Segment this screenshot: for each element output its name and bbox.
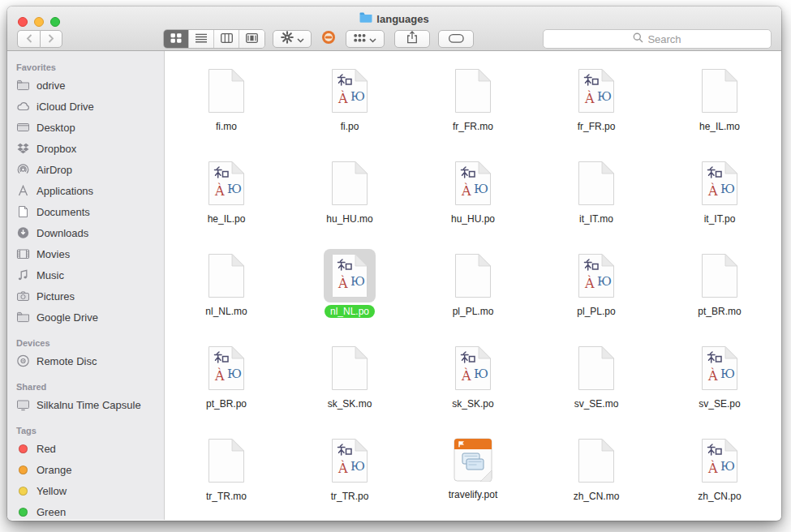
sidebar-item-label: Yellow bbox=[37, 485, 67, 497]
sidebar-item-label: iCloud Drive bbox=[37, 101, 94, 113]
sidebar-item-label: Green bbox=[37, 506, 66, 518]
search-input[interactable]: Search bbox=[543, 29, 772, 49]
blank-document-icon bbox=[694, 64, 746, 118]
sidebar-item-label: Documents bbox=[37, 206, 90, 218]
sidebar-item-red[interactable]: Red bbox=[7, 438, 164, 459]
translation-document-icon: ÀЮ bbox=[694, 341, 746, 395]
sidebar-item-label: odrive bbox=[37, 79, 65, 92]
sidebar-item-dropbox[interactable]: Dropbox bbox=[7, 138, 164, 159]
sidebar-item-green[interactable]: Green bbox=[7, 501, 164, 520]
file-item-he-il-po[interactable]: ÀЮhe_IL.po bbox=[165, 152, 288, 244]
file-item-zh-cn-po[interactable]: ÀЮzh_CN.po bbox=[658, 429, 781, 520]
downloads-icon bbox=[16, 226, 30, 240]
sidebar-item-icloud-drive[interactable]: iCloud Drive bbox=[7, 96, 164, 117]
file-item-hu-hu-mo[interactable]: hu_HU.mo bbox=[288, 152, 411, 244]
file-item-fi-mo[interactable]: fi.mo bbox=[165, 59, 288, 152]
arrange-menu-button[interactable] bbox=[346, 30, 385, 48]
action-menu-button[interactable] bbox=[273, 30, 312, 48]
sidebar-item-downloads[interactable]: Downloads bbox=[7, 222, 164, 243]
file-name: pl_PL.mo bbox=[447, 305, 500, 318]
file-item-pl-pl-mo[interactable]: pl_PL.mo bbox=[411, 244, 535, 337]
share-button[interactable] bbox=[394, 30, 430, 48]
file-item-it-it-po[interactable]: ÀЮit_IT.po bbox=[658, 152, 781, 244]
sidebar-item-label: Orange bbox=[37, 464, 71, 476]
sidebar-item-movies[interactable]: Movies bbox=[7, 243, 164, 264]
list-view-icon bbox=[196, 32, 207, 46]
file-name: travelify.pot bbox=[443, 488, 503, 501]
sidebar-item-music[interactable]: Music bbox=[7, 264, 164, 285]
coverflow-view-icon bbox=[246, 32, 258, 46]
forward-button[interactable] bbox=[40, 30, 62, 48]
sidebar-item-silkalnu-time-capsule[interactable]: Silkalnu Time Capsule bbox=[7, 394, 164, 415]
sidebar-item-odrive[interactable]: odrive bbox=[7, 75, 164, 96]
sidebar-item-label: Pictures bbox=[37, 290, 75, 302]
file-item-he-il-mo[interactable]: he_IL.mo bbox=[658, 59, 781, 152]
file-item-hu-hu-po[interactable]: ÀЮhu_HU.po bbox=[411, 152, 535, 244]
sidebar-item-label: Red bbox=[37, 443, 56, 455]
sidebar-item-orange[interactable]: Orange bbox=[7, 459, 164, 480]
sidebar-item-airdrop[interactable]: AirDrop bbox=[7, 159, 164, 180]
svg-text:Ю: Ю bbox=[720, 367, 735, 381]
file-item-travelify-pot[interactable]: travelify.pot bbox=[411, 429, 535, 520]
sidebar-item-pictures[interactable]: Pictures bbox=[7, 285, 164, 307]
share-icon bbox=[406, 31, 419, 47]
svg-text:Ю: Ю bbox=[350, 274, 365, 289]
file-item-nl-nl-po[interactable]: ÀЮnl_NL.po bbox=[288, 244, 411, 337]
sidebar-item-yellow[interactable]: Yellow bbox=[7, 480, 164, 501]
dropbox-icon bbox=[16, 142, 30, 156]
translation-document-icon: ÀЮ bbox=[200, 157, 252, 210]
desktop-icon bbox=[16, 121, 30, 135]
file-item-pl-pl-po[interactable]: ÀЮpl_PL.po bbox=[535, 244, 658, 337]
file-name: fr_FR.po bbox=[572, 120, 621, 133]
file-name: sv_SE.po bbox=[693, 397, 746, 410]
blank-document-icon bbox=[570, 434, 622, 487]
folder-icon[interactable] bbox=[359, 12, 372, 25]
file-item-it-it-mo[interactable]: it_IT.mo bbox=[535, 152, 658, 244]
list-view-button[interactable] bbox=[189, 30, 214, 48]
blank-document-icon bbox=[570, 341, 622, 395]
svg-text:À: À bbox=[337, 275, 348, 291]
blank-document-icon bbox=[324, 157, 376, 210]
sidebar-item-desktop[interactable]: Desktop bbox=[7, 117, 164, 138]
file-item-zh-cn-mo[interactable]: zh_CN.mo bbox=[535, 429, 658, 520]
file-item-fr-fr-po[interactable]: ÀЮfr_FR.po bbox=[535, 59, 658, 152]
file-name: hu_HU.po bbox=[445, 212, 501, 225]
svg-text:À: À bbox=[214, 182, 225, 199]
file-item-pt-br-po[interactable]: ÀЮpt_BR.po bbox=[165, 337, 288, 429]
file-item-sv-se-mo[interactable]: sv_SE.mo bbox=[535, 337, 658, 429]
file-item-tr-tr-mo[interactable]: tr_TR.mo bbox=[165, 429, 288, 520]
coverflow-view-button[interactable] bbox=[239, 30, 264, 48]
minimize-button[interactable] bbox=[34, 17, 44, 27]
blank-document-icon bbox=[200, 434, 252, 487]
sidebar-item-remote-disc[interactable]: Remote Disc bbox=[7, 350, 164, 371]
sidebar-item-applications[interactable]: Applications bbox=[7, 180, 164, 201]
file-item-nl-nl-mo[interactable]: nl_NL.mo bbox=[165, 244, 288, 337]
odrive-button[interactable] bbox=[318, 30, 339, 48]
zoom-button[interactable] bbox=[50, 17, 60, 27]
file-item-fr-fr-mo[interactable]: fr_FR.mo bbox=[411, 59, 535, 152]
gear-icon bbox=[281, 31, 294, 47]
file-name: zh_CN.mo bbox=[568, 490, 625, 503]
file-name: nl_NL.mo bbox=[200, 305, 252, 318]
display-icon bbox=[16, 398, 30, 412]
toolbar: Search bbox=[7, 28, 781, 49]
tags-button[interactable] bbox=[438, 30, 474, 48]
sidebar-item-label: AirDrop bbox=[37, 164, 72, 176]
sidebar-item-google-drive[interactable]: Google Drive bbox=[7, 307, 164, 328]
file-item-sk-sk-mo[interactable]: sk_SK.mo bbox=[288, 337, 411, 429]
file-name: hu_HU.mo bbox=[320, 212, 378, 225]
file-item-sk-sk-po[interactable]: ÀЮsk_SK.po bbox=[411, 337, 535, 429]
back-button[interactable] bbox=[17, 30, 40, 48]
file-item-pt-br-mo[interactable]: pt_BR.mo bbox=[658, 244, 781, 337]
close-button[interactable] bbox=[18, 17, 28, 27]
sidebar-item-documents[interactable]: Documents bbox=[7, 201, 164, 222]
file-item-sv-se-po[interactable]: ÀЮsv_SE.po bbox=[658, 337, 781, 429]
column-view-button[interactable] bbox=[214, 30, 239, 48]
finder-window: languages bbox=[7, 6, 781, 521]
svg-text:Ю: Ю bbox=[227, 182, 242, 196]
chevron-down-icon bbox=[369, 32, 376, 46]
file-item-tr-tr-po[interactable]: ÀЮtr_TR.po bbox=[288, 429, 411, 520]
icon-view-button[interactable] bbox=[164, 30, 189, 48]
chevron-right-icon bbox=[48, 32, 54, 46]
file-item-fi-po[interactable]: ÀЮfi.po bbox=[288, 59, 411, 152]
